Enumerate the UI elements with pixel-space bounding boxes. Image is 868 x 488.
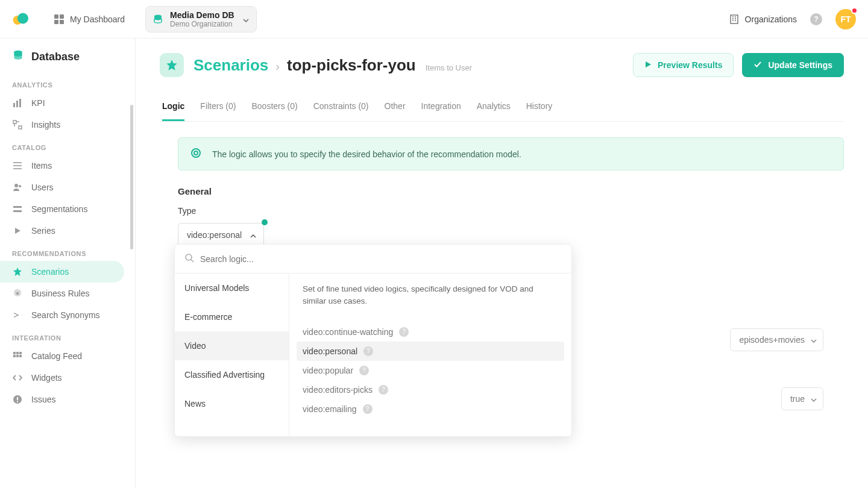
tab-filters[interactable]: Filters (0) [200, 93, 236, 121]
logo [12, 12, 30, 27]
tab-boosters[interactable]: Boosters (0) [251, 93, 297, 121]
chevron-down-icon [811, 335, 817, 345]
help-icon[interactable]: ? [359, 366, 369, 375]
option-label: video:emailing [303, 404, 357, 414]
chevron-down-icon [243, 14, 249, 24]
sidebar-item-issues[interactable]: Issues [0, 389, 124, 410]
sidebar-item-widgets[interactable]: Widgets [0, 367, 124, 389]
option-label: video:editors-picks [303, 385, 373, 395]
scrollbar[interactable] [130, 39, 135, 488]
sidebar-item-kpi[interactable]: KPI [0, 92, 124, 114]
sidebar-item-label: Series [31, 226, 55, 236]
type-label: Type [178, 206, 844, 216]
model-variant-select[interactable]: episodes+movies [730, 328, 823, 351]
category-universal[interactable]: Universal Models [175, 274, 289, 302]
info-banner: The logic allows you to specify the desi… [178, 137, 844, 170]
insights-icon [12, 120, 23, 130]
dropdown-options: video:continue-watching ? video:personal… [303, 322, 558, 419]
my-dashboard-button[interactable]: My Dashboard [48, 10, 131, 29]
category-video[interactable]: Video [175, 331, 289, 360]
page-title: top-picks-for-you [287, 56, 416, 75]
boolean-select[interactable]: true [781, 387, 823, 410]
sidebar-item-label: Scenarios [31, 267, 69, 277]
breadcrumb: Scenarios › top-picks-for-you Items to U… [193, 56, 472, 75]
help-icon[interactable]: ? [379, 385, 388, 395]
help-icon[interactable]: ? [399, 327, 409, 337]
tab-constraints[interactable]: Constraints (0) [313, 93, 369, 121]
type-select[interactable]: video:personal [178, 223, 264, 247]
dropdown-search [175, 245, 571, 274]
svg-rect-24 [13, 352, 16, 354]
sidebar-item-search-synonyms[interactable]: Search Synonyms [0, 304, 124, 326]
type-value: video:personal [187, 230, 242, 240]
help-icon[interactable]: ? [363, 404, 373, 414]
sidebar-item-series[interactable]: Series [0, 220, 124, 242]
page-subtitle: Items to User [426, 63, 472, 72]
sidebar-item-items[interactable]: Items [0, 155, 124, 177]
tab-other[interactable]: Other [385, 93, 406, 121]
sidebar-item-insights[interactable]: Insights [0, 114, 124, 136]
info-text: The logic allows you to specify the desi… [212, 149, 521, 159]
update-settings-button[interactable]: Update Settings [742, 53, 844, 77]
category-ecommerce[interactable]: E-commerce [175, 302, 289, 331]
preview-results-button[interactable]: Preview Results [633, 53, 734, 77]
svg-point-20 [19, 185, 21, 187]
help-icon[interactable]: ? [363, 346, 373, 356]
tab-history[interactable]: History [526, 93, 553, 121]
lifebuoy-icon [190, 148, 201, 160]
option-personal[interactable]: video:personal ? [297, 342, 564, 361]
option-label: video:popular [303, 366, 353, 375]
organizations-label: Organizations [745, 14, 797, 24]
sidebar-title: Database [0, 49, 134, 73]
users-icon [12, 183, 23, 192]
tabs: Logic Filters (0) Boosters (0) Constrain… [160, 93, 844, 122]
help-icon[interactable]: ? [810, 13, 822, 25]
svg-point-1 [17, 13, 28, 23]
avatar[interactable]: FT [835, 9, 856, 30]
list-icon [12, 161, 23, 170]
sidebar-item-business-rules[interactable]: Business Rules [0, 283, 124, 304]
svg-rect-11 [13, 103, 15, 107]
sidebar-item-label: Search Synonyms [31, 310, 100, 320]
svg-rect-26 [19, 352, 22, 354]
tab-logic[interactable]: Logic [162, 93, 184, 121]
sidebar-item-label: Business Rules [31, 289, 90, 298]
sidebar-item-segmentations[interactable]: Segmentations [0, 198, 124, 220]
select-value: episodes+movies [739, 335, 805, 345]
search-input[interactable] [200, 254, 562, 264]
sidebar-section-analytics: ANALYTICS [0, 73, 134, 92]
option-popular[interactable]: video:popular ? [297, 361, 564, 380]
tab-analytics[interactable]: Analytics [477, 93, 511, 121]
chevron-down-icon [811, 394, 817, 404]
option-emailing[interactable]: video:emailing ? [297, 399, 564, 419]
category-news[interactable]: News [175, 389, 289, 418]
breadcrumb-root[interactable]: Scenarios [193, 56, 268, 75]
svg-rect-25 [16, 352, 19, 354]
sidebar-item-catalog-feed[interactable]: Catalog Feed [0, 345, 124, 367]
option-editors-picks[interactable]: video:editors-picks ? [297, 380, 564, 399]
bar-chart-icon [12, 98, 23, 108]
sidebar-section-integration: INTEGRATION [0, 326, 134, 345]
search-icon [184, 253, 194, 264]
svg-rect-31 [17, 397, 18, 400]
play-icon [644, 60, 652, 70]
sidebar-item-users[interactable]: Users [0, 177, 124, 198]
svg-rect-3 [731, 15, 738, 23]
indicator-dot [262, 219, 268, 225]
section-general: General [178, 186, 844, 196]
organizations-link[interactable]: Organizations [729, 14, 797, 24]
svg-rect-27 [13, 355, 16, 357]
db-name: Media Demo DB [170, 10, 234, 20]
option-continue-watching[interactable]: video:continue-watching ? [297, 322, 564, 342]
category-classified[interactable]: Classified Advertising [175, 360, 289, 389]
chevron-right-icon: › [275, 60, 280, 74]
dropdown-categories: Universal Models E-commerce Video Classi… [175, 274, 289, 436]
code-icon [12, 373, 23, 383]
database-switcher[interactable]: Media Demo DB Demo Organization [145, 6, 257, 33]
preview-label: Preview Results [658, 60, 722, 70]
segments-icon [12, 204, 23, 214]
svg-rect-14 [13, 120, 16, 124]
tab-integration[interactable]: Integration [421, 93, 461, 121]
sidebar-item-scenarios[interactable]: Scenarios [0, 261, 124, 283]
grid-icon [12, 351, 23, 361]
